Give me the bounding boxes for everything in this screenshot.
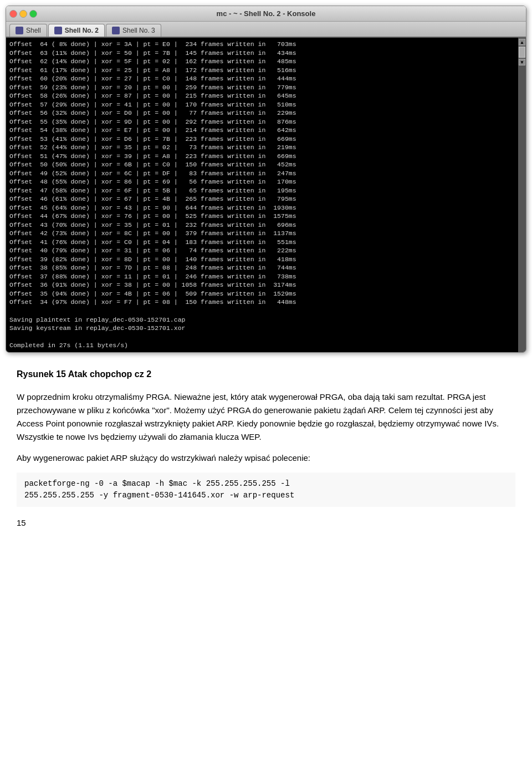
titlebar: mc - ~ - Shell No. 2 - Konsole bbox=[6, 6, 526, 22]
scroll-thumb[interactable] bbox=[519, 47, 525, 58]
terminal-wrapper: Offset 64 ( 8% done) | xor = 3A | pt = E… bbox=[6, 38, 526, 352]
tab-shell-2-label: Shell No. 2 bbox=[65, 27, 99, 34]
maximize-button[interactable] bbox=[29, 10, 37, 18]
window: mc - ~ - Shell No. 2 - Konsole Shell She… bbox=[0, 6, 532, 353]
window-title: mc - ~ - Shell No. 2 - Konsole bbox=[217, 9, 316, 18]
minimize-button[interactable] bbox=[19, 10, 27, 18]
code-line-2: 255.255.255.255 -y fragment-0530-141645.… bbox=[24, 490, 508, 501]
scroll-up-arrow[interactable]: ▲ bbox=[519, 39, 525, 45]
shell-3-icon bbox=[112, 27, 120, 34]
tab-shell-2[interactable]: Shell No. 2 bbox=[48, 24, 105, 37]
shell-2-icon bbox=[54, 27, 62, 34]
tab-shell[interactable]: Shell bbox=[9, 24, 47, 37]
tab-shell-3[interactable]: Shell No. 3 bbox=[106, 24, 161, 37]
page-content: Rysunek 15 Atak chopchop cz 2 W poprzedn… bbox=[6, 358, 526, 538]
scrollbar[interactable]: ▲ ▼ bbox=[518, 38, 526, 352]
tab-shell-label: Shell bbox=[26, 27, 41, 34]
body-paragraph-2: Aby wygenerowac pakiet ARP służący do ws… bbox=[17, 451, 515, 465]
tab-shell-3-label: Shell No. 3 bbox=[122, 27, 155, 34]
code-block: packetforge-ng -0 -a $macap -h $mac -k 2… bbox=[17, 473, 515, 507]
figure-caption: Rysunek 15 Atak chopchop cz 2 bbox=[17, 369, 515, 379]
scroll-down-arrow[interactable]: ▼ bbox=[519, 59, 525, 65]
terminal-output: Offset 64 ( 8% done) | xor = 3A | pt = E… bbox=[9, 40, 515, 350]
code-line-1: packetforge-ng -0 -a $macap -h $mac -k 2… bbox=[24, 478, 508, 490]
page-number: 15 bbox=[17, 518, 515, 527]
shell-icon bbox=[16, 27, 23, 34]
body-paragraph-1: W poprzednim kroku otrzymaliśmy PRGA. Ni… bbox=[17, 390, 515, 444]
tabs-bar: Shell Shell No. 2 Shell No. 3 bbox=[6, 22, 526, 38]
close-button[interactable] bbox=[9, 10, 17, 18]
terminal[interactable]: Offset 64 ( 8% done) | xor = 3A | pt = E… bbox=[6, 38, 518, 352]
